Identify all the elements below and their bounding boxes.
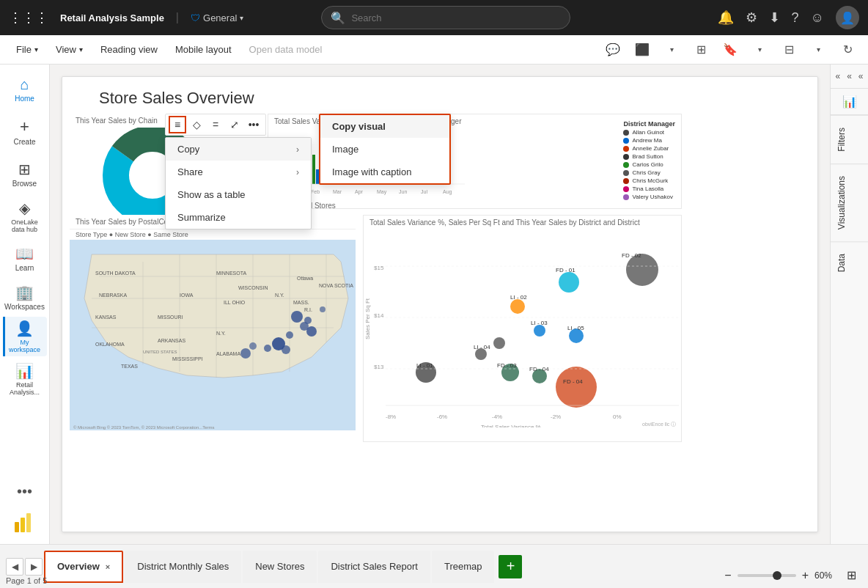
svg-text:FD - 02: FD - 02	[622, 252, 641, 259]
open-data-model-button[interactable]: Open data model	[242, 41, 330, 58]
reading-view-button[interactable]: Reading view	[93, 41, 165, 58]
present-icon[interactable]: ⬛	[630, 38, 654, 62]
data-panel-tab[interactable]: Data	[831, 241, 868, 284]
context-menu-copy[interactable]: Copy ›	[166, 138, 311, 161]
comment-icon[interactable]: 💬	[601, 38, 625, 62]
create-icon: +	[20, 117, 29, 136]
visual-more-button[interactable]: •••	[245, 116, 262, 133]
sidebar-item-create[interactable]: + Create	[3, 111, 47, 152]
sidebar-item-home[interactable]: ⌂ Home	[3, 70, 47, 109]
apps-icon[interactable]: ⋮⋮⋮	[9, 10, 48, 26]
context-menu-show-table[interactable]: Show as a table	[166, 183, 311, 206]
submenu-copy-visual[interactable]: Copy visual	[320, 115, 449, 138]
tab-treemap[interactable]: Treemap	[432, 551, 495, 583]
svg-text:FD - 04: FD - 04	[529, 366, 549, 372]
svg-point-79	[320, 306, 326, 312]
context-menu-area: ≡ ◇ = ⤢ ••• Copy › Share ›	[165, 114, 266, 136]
svg-text:OKLAHOMA: OKLAHOMA	[95, 342, 125, 347]
prev-icon: ◀	[12, 562, 18, 572]
zoom-control: − + 60% ⊞	[724, 568, 856, 582]
svg-point-103	[493, 337, 505, 349]
smiley-icon[interactable]: ☺	[811, 10, 824, 26]
svg-text:R.I.: R.I.	[304, 307, 312, 312]
svg-text:-4%: -4%	[492, 414, 502, 420]
district-manager-legend: District Manager Allan Guinot Andrew Ma …	[623, 120, 675, 202]
legend-item: Carlos Grilo	[623, 161, 675, 168]
tab-district-monthly-sales[interactable]: District Monthly Sales	[125, 551, 241, 583]
context-menu-summarize[interactable]: Summarize	[166, 206, 311, 229]
dashboard-canvas: Store Sales Overview This Year Sales by …	[62, 76, 818, 532]
zoom-plus-button[interactable]: +	[802, 569, 809, 582]
search-input[interactable]	[351, 12, 561, 23]
svg-text:-8%: -8%	[386, 414, 396, 420]
user-avatar[interactable]: 👤	[836, 6, 859, 29]
svg-point-72	[306, 326, 317, 337]
zoom-minus-button[interactable]: −	[724, 569, 731, 582]
submenu-image-caption[interactable]: Image with caption	[320, 161, 449, 183]
tab-close-icon[interactable]: ×	[106, 562, 110, 571]
gear-icon[interactable]: ⚙	[746, 10, 757, 26]
refresh-icon[interactable]: ↻	[836, 38, 859, 62]
bar-chart-icon[interactable]: 📊	[831, 89, 868, 115]
svg-text:May: May	[377, 189, 387, 195]
filters-panel-tab[interactable]: Filters	[831, 115, 868, 163]
visual-expand-button[interactable]: ⤢	[226, 116, 243, 133]
collapse-right-icon[interactable]: «	[855, 67, 867, 85]
bell-icon[interactable]: 🔔	[718, 10, 734, 26]
sidebar-item-onelake[interactable]: ◈ OneLake data hub	[3, 196, 47, 236]
svg-text:UNITED STATES: UNITED STATES	[143, 350, 177, 354]
visual-edit-button[interactable]: =	[207, 116, 224, 133]
svg-text:ARKANSAS: ARKANSAS	[158, 338, 185, 343]
retail-icon: 📊	[15, 362, 34, 380]
view-menu[interactable]: View ▾	[48, 41, 90, 58]
table-icon[interactable]: ⊞	[689, 38, 713, 62]
copy-submenu: Copy visual Image Image with caption	[319, 114, 451, 185]
zoom-thumb[interactable]	[773, 571, 781, 580]
file-menu[interactable]: File ▾	[9, 41, 45, 58]
visual-menu-button[interactable]: ≡	[169, 116, 186, 133]
bookmark-icon[interactable]: 🔖	[718, 38, 742, 62]
context-menu-share[interactable]: Share ›	[166, 161, 311, 183]
tab-next-button[interactable]: ▶	[25, 558, 43, 576]
tab-overview[interactable]: Overview ×	[44, 551, 123, 583]
zoom-slider[interactable]	[738, 574, 796, 577]
legend-item: Annelie Zubar	[623, 145, 675, 152]
powerbi-logo	[13, 512, 37, 535]
submenu-image[interactable]: Image	[320, 138, 449, 161]
visual-focus-button[interactable]: ◇	[188, 116, 205, 133]
help-icon[interactable]: ?	[792, 10, 799, 26]
svg-text:Total Sales Variance %: Total Sales Variance %	[481, 424, 541, 427]
svg-text:MINNESOTA: MINNESOTA	[216, 271, 246, 276]
sidebar-item-retail[interactable]: 📊 Retail Analysis...	[3, 359, 47, 399]
general-label[interactable]: 🛡 General ▾	[191, 12, 243, 23]
svg-text:-2%: -2%	[551, 414, 561, 420]
sidebar-more-button[interactable]: •••	[11, 477, 38, 506]
tab-prev-button[interactable]: ◀	[6, 558, 23, 576]
collapse-middle-icon[interactable]: «	[844, 67, 856, 85]
sidebar-item-workspaces[interactable]: 🏢 Workspaces	[3, 281, 47, 314]
tab-district-sales-report[interactable]: District Sales Report	[318, 551, 430, 583]
download-icon[interactable]: ⬇	[769, 10, 780, 26]
collapse-left-icon[interactable]: «	[832, 67, 844, 85]
svg-point-95	[510, 299, 525, 314]
tab-new-stores[interactable]: New Stores	[243, 551, 317, 583]
sidebar-item-learn[interactable]: 📖 Learn	[3, 239, 47, 278]
zoom-value: 60%	[814, 570, 841, 581]
next-icon: ▶	[31, 562, 37, 572]
sidebar-item-browse[interactable]: ⊞ Browse	[3, 155, 47, 194]
navbar-right-icons: 💬 ⬛ ▾ ⊞ 🔖 ▾ ⊟ ▾ ↻	[601, 38, 859, 62]
svg-text:Feb: Feb	[311, 189, 320, 194]
sidebar-item-my-workspace[interactable]: 👤 My workspace	[3, 317, 47, 356]
fit-icon[interactable]: ⊞	[847, 568, 856, 582]
chevron-down-icon4[interactable]: ▾	[806, 38, 830, 62]
svg-rect-2	[26, 513, 31, 532]
visualizations-panel-tab[interactable]: Visualizations	[831, 163, 868, 241]
svg-text:0%: 0%	[613, 414, 622, 420]
mobile-layout-button[interactable]: Mobile layout	[168, 41, 239, 58]
search-bar[interactable]: 🔍	[321, 6, 570, 29]
chevron-down-icon3[interactable]: ▾	[748, 38, 771, 62]
svg-text:N.Y.: N.Y.	[216, 331, 226, 336]
chevron-down-icon2[interactable]: ▾	[660, 38, 683, 62]
add-tab-button[interactable]: +	[499, 555, 522, 578]
view-icon[interactable]: ⊟	[777, 38, 801, 62]
